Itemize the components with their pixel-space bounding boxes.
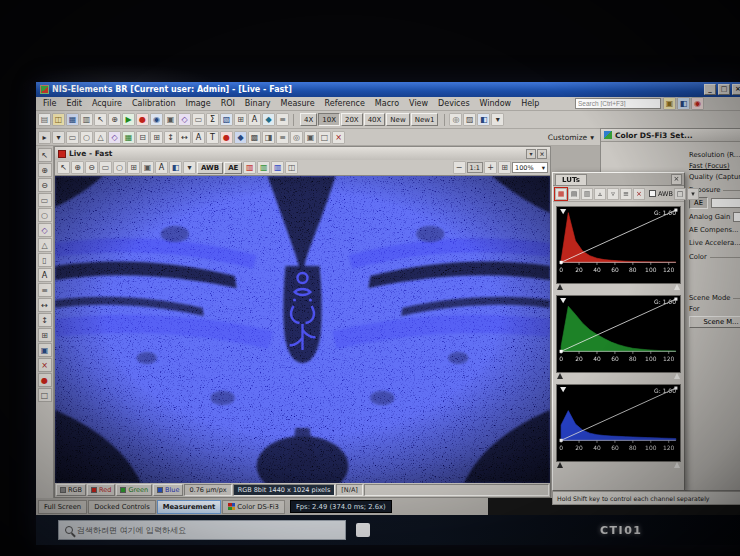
side-tool-icon[interactable]: ○ <box>38 208 52 222</box>
toolbar-icon[interactable]: ◎ <box>290 131 303 144</box>
viewer-tool-icon[interactable]: ↖ <box>57 161 70 174</box>
layout-tab[interactable]: Docked Controls <box>88 500 156 514</box>
toolbar-icon[interactable]: ◆ <box>234 131 247 144</box>
toolbar-icon[interactable]: T <box>206 131 219 144</box>
side-tool-icon[interactable]: ⊞ <box>38 328 52 342</box>
menu-item[interactable]: View <box>404 98 433 109</box>
viewer-tool-icon[interactable]: ▾ <box>183 161 196 174</box>
customize-menu[interactable]: Customize ▾ <box>548 133 594 142</box>
toolbar-icon[interactable]: ◨ <box>262 131 275 144</box>
luts-awb-checkbox[interactable]: AWB <box>649 190 673 198</box>
side-tool-icon[interactable]: ▯ <box>38 253 52 267</box>
luts-tool-icon[interactable]: ▤ <box>568 188 580 200</box>
luts-tool-icon[interactable]: ▥ <box>581 188 593 200</box>
viewer-tool-icon[interactable]: A <box>155 161 168 174</box>
toolbar-icon[interactable]: ↔ <box>178 131 191 144</box>
menu-item[interactable]: Devices <box>433 98 475 109</box>
toolbar-icon[interactable]: ▣ <box>164 113 177 126</box>
toolbar-icon[interactable]: ▩ <box>248 131 261 144</box>
side-tool-icon[interactable]: ⊖ <box>38 178 52 192</box>
channel-toggle[interactable]: Blue <box>153 484 183 496</box>
toolbar-icon[interactable]: ▤ <box>38 113 51 126</box>
ae-button[interactable]: AE <box>224 162 242 174</box>
toolbar-icon[interactable]: ⊟ <box>136 131 149 144</box>
side-tool-icon[interactable]: □ <box>38 388 52 402</box>
magnification-button[interactable]: 20X <box>341 113 363 126</box>
toolbar-icon[interactable]: ▧ <box>220 113 233 126</box>
toolbar-icon[interactable]: Σ <box>206 113 219 126</box>
toolbar-icon[interactable]: ≡ <box>276 131 289 144</box>
luts-tab[interactable]: LUTs <box>555 174 587 185</box>
toolbar-icon[interactable]: ▦ <box>122 131 135 144</box>
menu-item[interactable]: Reference <box>320 98 370 109</box>
taskbar-search-input[interactable] <box>77 526 339 535</box>
menu-item[interactable]: Help <box>516 98 544 109</box>
lut-range-sliders[interactable] <box>557 284 680 291</box>
awb-button[interactable]: AWB <box>197 162 223 174</box>
toolbar-icon[interactable]: ▨ <box>463 113 476 126</box>
viewer-tool-icon[interactable]: ◧ <box>169 161 182 174</box>
taskbar-search-box[interactable] <box>58 520 346 540</box>
toolbar-icon[interactable]: ▭ <box>192 113 205 126</box>
luts-tool-icon[interactable]: ▾ <box>687 188 699 200</box>
toolbar-icon[interactable]: ◆ <box>262 113 275 126</box>
luts-tool-icon[interactable]: ▵ <box>594 188 606 200</box>
toolbar-icon[interactable]: ≡ <box>276 113 289 126</box>
luts-tool-icon[interactable]: ▦ <box>555 188 567 200</box>
side-tool-icon[interactable]: × <box>38 358 52 372</box>
toolbar-icon[interactable]: ↕ <box>164 131 177 144</box>
side-tool-icon[interactable]: ◇ <box>38 223 52 237</box>
menu-item[interactable]: Acquire <box>87 98 127 109</box>
viewer-tool-icon[interactable]: ⊕ <box>71 161 84 174</box>
layout-tab[interactable]: Measurement <box>157 500 222 514</box>
side-tool-icon[interactable]: ↕ <box>38 313 52 327</box>
menu-item[interactable]: Edit <box>61 98 87 109</box>
toolbar-icon[interactable]: ● <box>136 113 149 126</box>
viewer-tool-icon[interactable]: ○ <box>113 161 126 174</box>
toolbar-icon[interactable]: ◧ <box>477 113 490 126</box>
zoom-out-icon[interactable]: − <box>453 161 466 174</box>
menu-item[interactable]: Image <box>181 98 216 109</box>
lut-histogram-plot[interactable]: 020406080100120 <box>557 385 680 461</box>
taskbar-app-icon[interactable] <box>356 523 370 537</box>
toolbar-icon[interactable]: ◇ <box>178 113 191 126</box>
layout-tab[interactable]: Full Screen <box>38 500 87 514</box>
menu-item[interactable]: Window <box>475 98 517 109</box>
toolbar-icon[interactable]: ⊕ <box>108 113 121 126</box>
magnification-button[interactable]: 10X <box>318 113 340 126</box>
lut-histogram-plot[interactable]: 020406080100120 <box>557 296 680 372</box>
channel-toggle[interactable]: Green <box>116 484 152 496</box>
zoom-level-dropdown[interactable]: 100% ▾ <box>512 162 548 173</box>
layout-tab[interactable]: Color DS-Fi3 <box>222 500 285 514</box>
side-tool-icon[interactable]: ≡ <box>38 283 52 297</box>
toolbar-icon[interactable]: × <box>332 131 345 144</box>
luts-close-icon[interactable]: × <box>671 174 682 185</box>
toolbar-icon[interactable]: ▥ <box>80 113 93 126</box>
menu-item[interactable]: Macro <box>370 98 404 109</box>
viewer-menu-icon[interactable]: ▾ <box>526 149 536 159</box>
fit-view-icon[interactable]: ⊞ <box>498 161 511 174</box>
toolbar-icon[interactable]: ▾ <box>491 113 504 126</box>
magnification-button[interactable]: 40X <box>364 113 386 126</box>
toolbar-icon[interactable]: ↖ <box>94 113 107 126</box>
viewer-tool-icon[interactable]: ⊖ <box>85 161 98 174</box>
maximize-button[interactable]: □ <box>718 84 730 95</box>
toolbar-icon[interactable]: ◫ <box>52 113 65 126</box>
lut-range-sliders[interactable] <box>557 462 680 469</box>
viewer-close-icon[interactable]: × <box>537 149 547 159</box>
zoom-in-icon[interactable]: + <box>484 161 497 174</box>
toolbar-icon[interactable]: ▦ <box>66 113 79 126</box>
viewer-tool-icon[interactable]: ▥ <box>257 161 270 174</box>
luts-tool-icon[interactable]: □ <box>674 188 686 200</box>
viewer-tool-icon[interactable]: ▥ <box>271 161 284 174</box>
side-tool-icon[interactable]: ↔ <box>38 298 52 312</box>
search-input[interactable] <box>575 98 661 109</box>
side-tool-icon[interactable]: ▣ <box>38 343 52 357</box>
magnification-button[interactable]: 4X <box>300 113 317 126</box>
viewer-tool-icon[interactable]: ⊞ <box>127 161 140 174</box>
lut-histogram-plot[interactable]: 020406080100120 <box>557 207 680 283</box>
toolbar-icon[interactable]: △ <box>94 131 107 144</box>
exposure-value-dropdown[interactable] <box>711 198 740 208</box>
toolbar-icon[interactable]: □ <box>318 131 331 144</box>
analog-gain-dropdown[interactable] <box>733 212 740 222</box>
